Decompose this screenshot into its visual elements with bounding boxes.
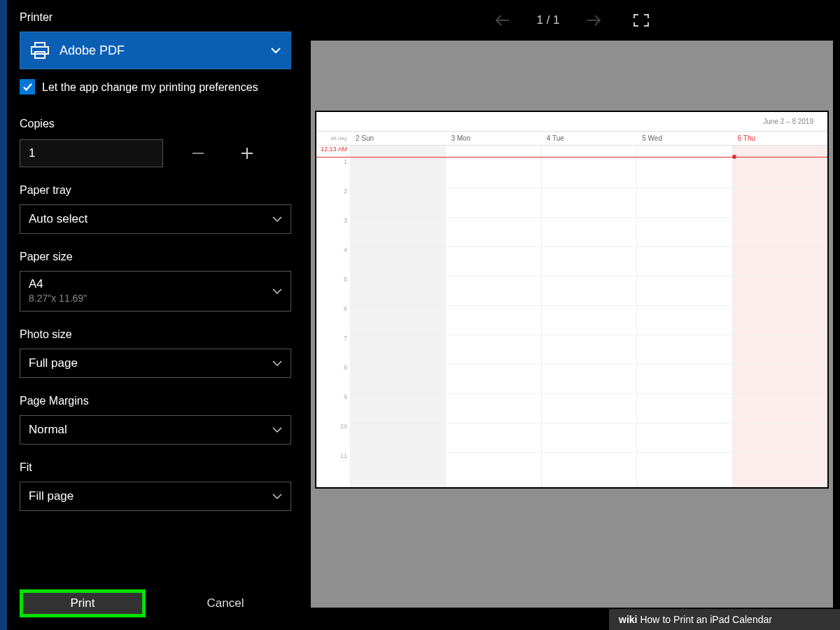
calendar-hour-label: 5: [316, 276, 350, 305]
photo-size-label: Photo size: [20, 328, 291, 341]
prev-page-button[interactable]: [493, 14, 512, 27]
watermark-footer: wikiHow to Print an iPad Calendar: [609, 609, 840, 630]
page-margins-label: Page Margins: [20, 395, 291, 407]
calendar-now-line: [316, 157, 827, 158]
window-accent-edge: [0, 0, 7, 630]
calendar-day-column: [445, 146, 540, 487]
svg-rect-0: [31, 47, 48, 54]
paper-size-select[interactable]: A4 8.27"x 11.69": [20, 271, 291, 312]
page-margins-value: Normal: [29, 423, 272, 437]
svg-rect-2: [35, 52, 45, 58]
page-margins-select[interactable]: Normal: [20, 415, 291, 444]
printer-icon: [30, 42, 50, 59]
chevron-down-icon: [272, 360, 282, 367]
watermark-how: How: [640, 614, 659, 625]
calendar-day-header: 3 Mon: [445, 132, 540, 145]
copies-decrement[interactable]: [184, 139, 212, 167]
watermark-wiki: wiki: [619, 614, 637, 625]
printer-select[interactable]: Adobe PDF: [20, 31, 291, 69]
copies-increment[interactable]: [233, 139, 261, 167]
plus-icon: [239, 146, 255, 161]
calendar-day-header: 4 Tue: [541, 132, 636, 145]
calendar-hour-label: 10: [316, 423, 350, 452]
calendar-hour-label: 3: [316, 217, 350, 246]
preferences-checkbox-label: Let the app change my printing preferenc…: [42, 79, 258, 95]
paper-size-dimensions: 8.27"x 11.69": [29, 291, 272, 305]
paper-tray-select[interactable]: Auto select: [20, 204, 291, 234]
calendar-day-column: [541, 146, 636, 487]
printer-name: Adobe PDF: [59, 43, 261, 58]
preferences-checkbox[interactable]: [20, 79, 35, 94]
calendar-allday-label: all-day: [316, 132, 350, 145]
paper-size-value: A4: [29, 277, 272, 291]
arrow-right-icon: [586, 14, 601, 27]
calendar-time-gutter: 12:13 AM 1 2 3 4 5 6 7 8 9 10 11: [316, 146, 350, 487]
calendar-hour-label: 6: [316, 305, 350, 335]
fullscreen-icon: [634, 14, 649, 27]
paper-tray-value: Auto select: [29, 212, 272, 226]
checkmark-icon: [22, 82, 33, 92]
calendar-hour-label: 8: [316, 364, 350, 393]
calendar-hour-label: 4: [316, 246, 350, 276]
preview-toolbar: 1 / 1: [304, 0, 840, 41]
print-preview-area: 1 / 1 June 2 – 8 2019 all-day 2 Sun 3 Mo…: [304, 0, 840, 630]
calendar-day-column-today: [732, 146, 827, 487]
cancel-button[interactable]: Cancel: [162, 589, 288, 617]
watermark-title: to Print an iPad Calendar: [662, 614, 771, 625]
next-page-button[interactable]: [584, 14, 603, 27]
calendar-day-header-today: 6 Thu: [732, 132, 827, 145]
arrow-left-icon: [495, 14, 510, 27]
calendar-now-indicator-icon: [732, 155, 736, 159]
chevron-down-icon: [272, 493, 282, 500]
preview-canvas: June 2 – 8 2019 all-day 2 Sun 3 Mon 4 Tu…: [311, 41, 833, 608]
calendar-hour-label: 2: [316, 188, 350, 217]
photo-size-select[interactable]: Full page: [20, 349, 291, 378]
calendar-day-header: 5 Wed: [636, 132, 732, 145]
fit-to-window-button[interactable]: [631, 14, 651, 27]
chevron-down-icon: [272, 426, 282, 433]
minus-icon: [190, 146, 206, 161]
chevron-down-icon: [271, 47, 281, 54]
fit-label: Fit: [20, 461, 291, 474]
fit-select[interactable]: Fill page: [20, 482, 291, 511]
calendar-hour-label: 1: [316, 158, 350, 188]
calendar-hour-label: 7: [316, 335, 350, 364]
page-indicator: 1 / 1: [536, 13, 559, 27]
fit-value: Fill page: [29, 489, 272, 503]
photo-size-value: Full page: [29, 356, 272, 370]
print-options-panel: Printer Adobe PDF Let the app change my …: [7, 0, 304, 630]
calendar-day-column: [636, 146, 732, 487]
calendar-hour-label: 11: [316, 452, 350, 482]
calendar-day-header: 2 Sun: [350, 132, 445, 145]
calendar-hour-label: 9: [316, 393, 350, 423]
chevron-down-icon: [272, 216, 282, 223]
paper-size-label: Paper size: [20, 251, 291, 263]
copies-input[interactable]: [20, 139, 163, 167]
svg-rect-1: [35, 43, 45, 47]
chevron-down-icon: [272, 288, 282, 295]
calendar-title: June 2 – 8 2019: [316, 112, 827, 132]
calendar-day-column: [350, 146, 445, 487]
print-button[interactable]: Print: [20, 589, 146, 617]
preview-page: June 2 – 8 2019 all-day 2 Sun 3 Mon 4 Tu…: [315, 111, 829, 489]
copies-label: Copies: [20, 118, 291, 130]
printer-label: Printer: [20, 11, 291, 24]
paper-tray-label: Paper tray: [20, 184, 291, 197]
